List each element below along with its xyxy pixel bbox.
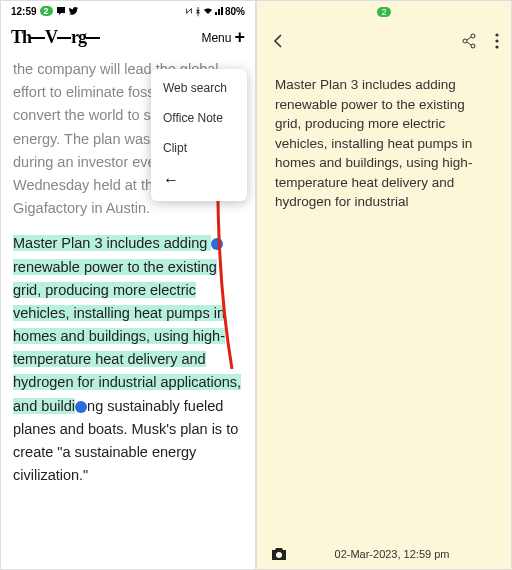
note-status-bar: 2 — [257, 1, 511, 23]
notif-badge: 2 — [40, 6, 53, 16]
note-toolbar — [257, 23, 511, 59]
menu-back[interactable]: ← — [151, 163, 247, 197]
svg-point-2 — [471, 44, 475, 48]
twitter-icon — [69, 6, 79, 16]
menu-clipt[interactable]: Clipt — [151, 133, 247, 163]
clock: 12:59 — [11, 6, 37, 17]
plus-icon: + — [234, 27, 245, 48]
note-footer: 02-Mar-2023, 12:59 pm — [257, 547, 511, 561]
svg-point-1 — [463, 39, 467, 43]
paragraph-2: Master Plan 3 includes adding renewable … — [13, 232, 243, 487]
share-icon — [461, 33, 477, 49]
arrow-left-icon — [269, 32, 287, 50]
selection-end-handle[interactable] — [75, 401, 87, 413]
verge-logo[interactable]: ThVrg — [11, 27, 100, 48]
battery-pct: 80% — [225, 6, 245, 17]
selection-start-handle[interactable] — [211, 238, 223, 250]
nfc-icon — [185, 7, 193, 15]
site-header: ThVrg Menu + — [1, 21, 255, 54]
menu-label: Menu — [201, 31, 231, 45]
svg-point-6 — [276, 552, 282, 558]
context-menu: Web search Office Note Clipt ← — [151, 69, 247, 201]
camera-icon — [271, 547, 287, 561]
menu-web-search[interactable]: Web search — [151, 73, 247, 103]
highlight[interactable]: grid, producing more electric vehicles, … — [13, 282, 225, 344]
status-bar: 12:59 2 ᚼ 80% — [1, 1, 255, 21]
bluetooth-icon: ᚼ — [195, 6, 201, 17]
notif-badge: 2 — [377, 7, 390, 17]
message-icon — [56, 6, 66, 16]
highlight[interactable]: renewable power to the existing — [13, 259, 217, 275]
note-pane: 2 Master Plan 3 includes adding renewabl… — [256, 0, 512, 570]
svg-point-3 — [495, 33, 498, 36]
svg-point-4 — [495, 39, 498, 42]
svg-point-0 — [471, 34, 475, 38]
highlight[interactable]: Master Plan 3 includes adding — [13, 235, 211, 251]
wifi-icon — [203, 7, 213, 15]
svg-point-5 — [495, 45, 498, 48]
browser-pane: 12:59 2 ᚼ 80% ThVrg Menu + the company w… — [0, 0, 256, 570]
note-timestamp: 02-Mar-2023, 12:59 pm — [335, 548, 450, 560]
back-button[interactable] — [269, 32, 287, 50]
menu-office-note[interactable]: Office Note — [151, 103, 247, 133]
menu-button[interactable]: Menu + — [201, 27, 245, 48]
camera-button[interactable] — [271, 547, 287, 561]
note-text[interactable]: Master Plan 3 includes adding renewable … — [257, 59, 511, 228]
share-button[interactable] — [461, 33, 477, 49]
more-vert-icon — [495, 33, 499, 49]
more-button[interactable] — [495, 33, 499, 49]
signal-icon — [215, 7, 223, 15]
